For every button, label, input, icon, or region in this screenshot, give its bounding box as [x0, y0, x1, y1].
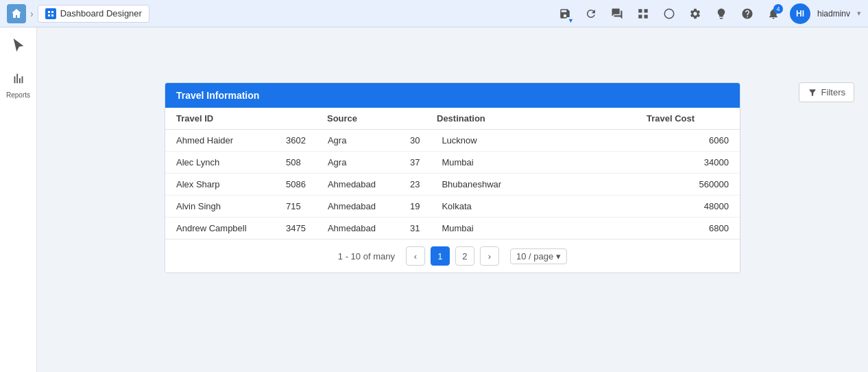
app-tab-label: Dashboard Designer	[60, 8, 142, 19]
cell-id: Alec Lynch	[165, 152, 275, 174]
home-button[interactable]	[7, 4, 26, 23]
col-scroll-spacer	[718, 108, 740, 130]
lightbulb-button[interactable]	[712, 4, 731, 23]
notification-badge: 4	[773, 4, 783, 14]
cell-id: Andrew Campbell	[165, 218, 275, 240]
cell-num2: 31	[399, 218, 431, 240]
cell-source: Agra	[317, 152, 399, 174]
per-page-select[interactable]: 10 / page ▾	[510, 248, 567, 264]
data-table: Travel ID Source Destination Travel Cost	[165, 108, 740, 130]
reports-icon	[11, 71, 26, 89]
navbar-left: › Dashboard Designer	[7, 4, 149, 23]
navbar-right: ▼	[555, 3, 861, 24]
cell-cost: 6060	[658, 130, 740, 152]
table-row: Alvin Singh 715 Ahmedabad 19 Kolkata 480…	[165, 196, 740, 218]
cell-destination: Mumbai	[431, 152, 658, 174]
cell-num1: 3602	[275, 130, 317, 152]
filters-button[interactable]: Filters	[799, 82, 854, 102]
cell-id: Ahmed Haider	[165, 130, 275, 152]
reports-label: Reports	[6, 91, 30, 99]
cell-id: Alex Sharp	[165, 174, 275, 196]
table-row: Ahmed Haider 3602 Agra 30 Lucknow 6060	[165, 130, 740, 152]
content-area: Filters Travel Information Travel ID Sou…	[37, 27, 868, 372]
svg-rect-3	[51, 14, 53, 16]
table-header-row: Travel ID Source Destination Travel Cost	[165, 108, 740, 130]
travel-info-table: Travel Information Travel ID Source Dest…	[165, 82, 740, 273]
pagination-prev[interactable]: ‹	[406, 246, 425, 266]
cell-num1: 5086	[275, 174, 317, 196]
pagination-next[interactable]: ›	[480, 246, 499, 266]
circle-button[interactable]	[660, 4, 679, 23]
dashboard-designer-icon	[45, 8, 56, 19]
settings-button[interactable]	[686, 4, 705, 23]
comment-button[interactable]	[607, 4, 627, 23]
sidebar-item-reports[interactable]: Reports	[2, 67, 35, 103]
filters-label: Filters	[821, 87, 845, 97]
table-scroll-area[interactable]: Ahmed Haider 3602 Agra 30 Lucknow 6060 A…	[165, 130, 740, 239]
navbar: › Dashboard Designer ▼	[0, 0, 868, 27]
cell-source: Ahmedabad	[317, 196, 399, 218]
user-name-label[interactable]: hiadminv	[817, 9, 850, 19]
table-row: Alec Lynch 508 Agra 37 Mumbai 34000	[165, 152, 740, 174]
col-header-dest-num	[398, 108, 426, 130]
pagination-page-2[interactable]: 2	[455, 246, 474, 266]
cell-num1: 3475	[275, 218, 317, 240]
cell-num2: 30	[399, 130, 431, 152]
svg-point-4	[664, 9, 674, 19]
cell-destination: Kolkata	[431, 196, 658, 218]
per-page-arrow: ▾	[556, 251, 561, 261]
cell-num1: 508	[275, 152, 317, 174]
table-row: Alex Sharp 5086 Ahmedabad 23 Bhubaneshwa…	[165, 174, 740, 196]
cell-destination: Bhubaneshwar	[431, 174, 658, 196]
help-button[interactable]	[738, 4, 757, 23]
cell-source: Agra	[317, 130, 399, 152]
cell-source: Ahmedabad	[317, 218, 399, 240]
col-header-source: Source	[316, 108, 398, 130]
cell-num2: 37	[399, 152, 431, 174]
cell-cost: 560000	[658, 174, 740, 196]
cell-num2: 23	[399, 174, 431, 196]
data-table-body: Ahmed Haider 3602 Agra 30 Lucknow 6060 A…	[165, 130, 740, 239]
sidebar: Reports	[0, 27, 37, 372]
svg-rect-0	[48, 11, 50, 13]
cursor-icon	[11, 38, 26, 57]
svg-rect-1	[51, 11, 53, 13]
cell-cost: 34000	[658, 152, 740, 174]
pagination-info: 1 - 10 of many	[338, 251, 395, 261]
col-header-num1	[275, 108, 316, 130]
user-avatar[interactable]: HI	[790, 3, 810, 24]
cell-num1: 715	[275, 196, 317, 218]
table-title: Travel Information	[165, 83, 740, 108]
sidebar-item-cursor[interactable]	[2, 34, 35, 61]
table-body: Ahmed Haider 3602 Agra 30 Lucknow 6060 A…	[165, 130, 740, 239]
cell-destination: Mumbai	[431, 218, 658, 240]
pagination: 1 - 10 of many ‹ 1 2 › 10 / page ▾	[165, 239, 740, 272]
refresh-button[interactable]	[581, 4, 601, 23]
per-page-label: 10 / page	[516, 251, 553, 261]
app-tab-dashboard-designer[interactable]: Dashboard Designer	[38, 5, 149, 23]
pagination-page-1[interactable]: 1	[431, 246, 450, 266]
bell-button[interactable]: 4	[764, 4, 783, 23]
table-row: Andrew Campbell 3475 Ahmedabad 31 Mumbai…	[165, 218, 740, 240]
grid-button[interactable]	[634, 4, 653, 23]
cell-destination: Lucknow	[431, 130, 658, 152]
col-header-travel-id: Travel ID	[165, 108, 275, 130]
cell-cost: 6800	[658, 218, 740, 240]
svg-rect-2	[48, 14, 50, 16]
save-button[interactable]: ▼	[555, 4, 575, 23]
user-dropdown-arrow[interactable]: ▾	[857, 9, 861, 18]
col-header-travel-cost: Travel Cost	[636, 108, 718, 130]
cell-num2: 19	[399, 196, 431, 218]
cell-id: Alvin Singh	[165, 196, 275, 218]
col-header-destination: Destination	[426, 108, 636, 130]
breadcrumb-separator: ›	[30, 8, 34, 19]
cell-cost: 48000	[658, 196, 740, 218]
main-content: Reports Filters Travel Information Trave…	[0, 27, 868, 372]
cell-source: Ahmedabad	[317, 174, 399, 196]
